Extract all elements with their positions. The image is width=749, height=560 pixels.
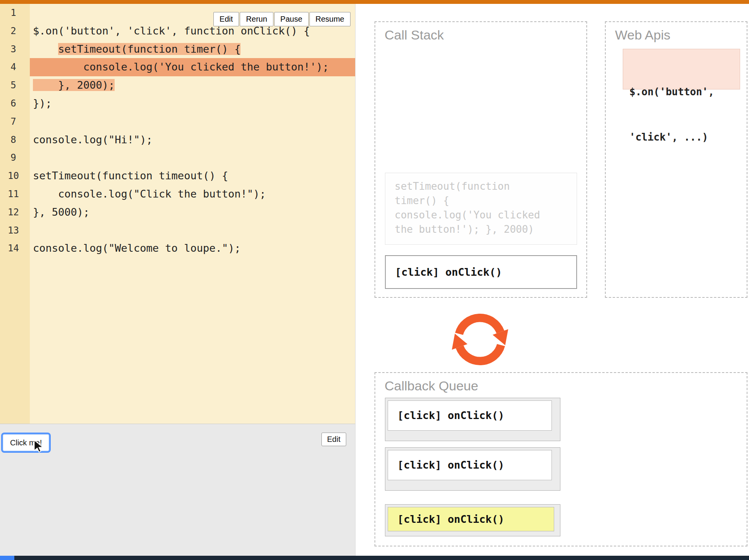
line-text: }); [30,94,355,113]
line-text: }, 5000); [30,203,355,222]
code-editor[interactable]: 1 2 $.on('button', 'click', function onC… [0,4,356,424]
faded-frame-line: timer() { [395,194,567,208]
bottom-bar-accent [0,556,14,560]
queue-item-label: [click] onClick() [388,400,552,431]
highlighted-code: setTimeout(function timer() { [58,43,241,55]
pause-button[interactable]: Pause [274,12,309,26]
line-text [30,222,355,240]
line-text: console.log("Hi!"); [30,131,355,149]
code-line: 9 [0,149,355,167]
line-text: console.log("Click the button!"); [30,185,355,203]
line-number: 14 [0,239,30,258]
code-line: 5 }, 2000); [0,76,355,94]
code-line: 12 }, 5000); [0,203,355,222]
event-loop-icon [448,307,512,371]
edit-button[interactable]: Edit [213,12,239,26]
line-text: setTimeout(function timeout() { [30,167,355,185]
line-text: }, 2000); [30,76,355,94]
highlighted-code: }, 2000); [33,79,115,91]
editor-toolbar: Edit Rerun Pause Resume [213,12,350,26]
top-accent-bar [0,0,749,4]
line-number: 8 [0,131,30,149]
call-stack-title: Call Stack [385,27,444,43]
web-apis-title: Web Apis [615,27,670,43]
line-text: console.log('You clicked the button!'); [30,58,355,76]
call-stack-panel: Call Stack setTimeout(function timer() {… [374,21,587,298]
line-text [30,113,355,131]
code-line: 7 [0,113,355,131]
line-number: 6 [0,94,30,113]
output-pane: Click me! Edit [0,424,356,556]
line-number: 1 [0,4,30,22]
line-text: console.log("Welcome to loupe."); [30,239,355,258]
line-number: 2 [0,22,30,40]
line-number: 7 [0,113,30,131]
code-line: 14 console.log("Welcome to loupe."); [0,239,355,258]
mouse-cursor-icon [33,440,44,453]
queue-item: [click] onClick() [385,398,560,441]
code-lines: 1 2 $.on('button', 'click', function onC… [0,4,355,258]
line-text [30,149,355,167]
line-number: 13 [0,222,30,240]
resume-button[interactable]: Resume [309,12,350,26]
queue-item-highlighted: [click] onClick() [385,504,560,536]
queue-item-label: [click] onClick() [388,450,552,480]
line-number: 12 [0,203,30,222]
web-api-task: $.on('button', 'click', ...) [623,49,740,89]
queue-item: [click] onClick() [385,447,560,491]
code-line: 13 [0,222,355,240]
rerun-button[interactable]: Rerun [240,12,273,26]
queue-item-label: [click] onClick() [388,507,554,531]
code-line-highlighted: 4 console.log('You clicked the button!')… [0,58,355,76]
line-number: 9 [0,149,30,167]
line-number: 3 [0,40,30,58]
code-line: 11 console.log("Click the button!"); [0,185,355,203]
line-number: 5 [0,76,30,94]
code-line: 3 setTimeout(function timer() { [0,40,355,58]
code-line: 10 setTimeout(function timeout() { [0,167,355,185]
web-api-task-line: $.on('button', [629,84,734,100]
code-line: 6 }); [0,94,355,113]
line-text: setTimeout(function timer() { [30,40,355,58]
faded-stack-frame: setTimeout(function timer() { console.lo… [385,173,577,245]
faded-frame-line: the button!'); }, 2000) [395,222,567,237]
code-line: 8 console.log("Hi!"); [0,131,355,149]
line-number: 11 [0,185,30,203]
web-apis-panel: Web Apis $.on('button', 'click', ...) [605,21,747,298]
callback-queue-panel: Callback Queue [click] onClick() [click]… [374,372,747,546]
line-text-plain [33,43,58,55]
visualization-pane: Call Stack setTimeout(function timer() {… [356,4,749,556]
callback-queue-title: Callback Queue [385,378,478,393]
web-api-task-line: 'click', ...) [629,130,734,145]
bottom-bar [0,556,749,560]
line-number: 4 [0,58,30,76]
line-number: 10 [0,167,30,185]
loupe-app: 1 2 $.on('button', 'click', function onC… [0,0,749,560]
stack-frame: [click] onClick() [385,255,577,289]
faded-frame-line: console.log('You clicked [395,208,567,222]
faded-frame-line: setTimeout(function [395,179,567,194]
output-edit-button[interactable]: Edit [321,433,346,446]
